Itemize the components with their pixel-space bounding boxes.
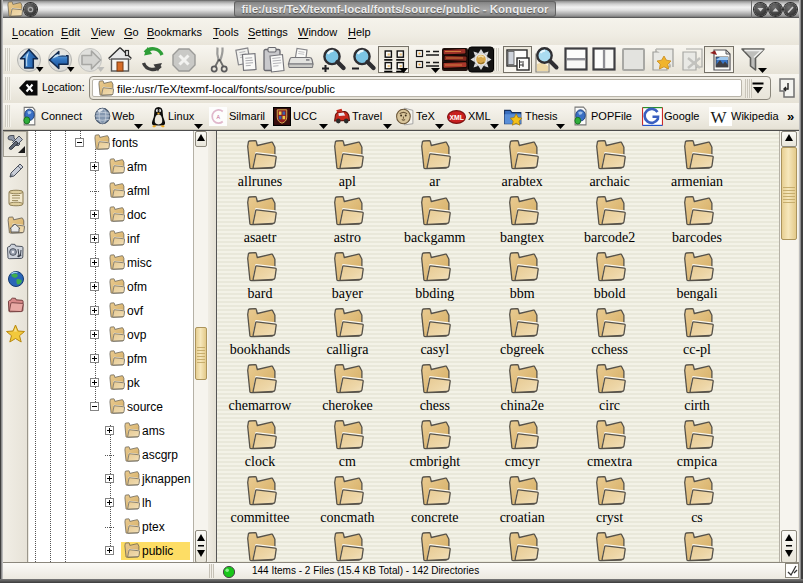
svg-text:W: W [711, 108, 728, 126]
svg-text:XML: XML [449, 114, 463, 121]
svg-text:A: A [216, 114, 220, 120]
